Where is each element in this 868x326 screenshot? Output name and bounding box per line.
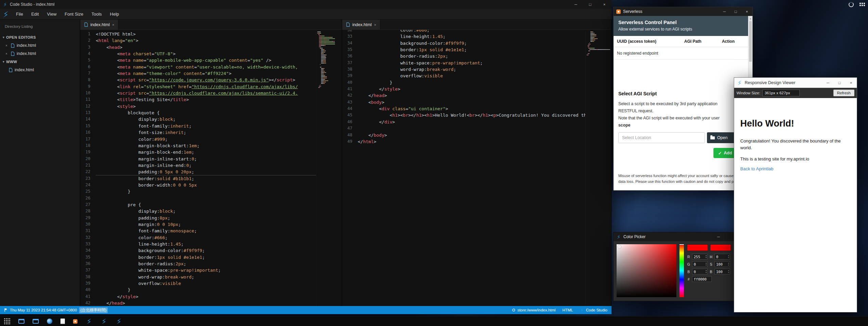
- section-description: Select a script to be executed by 3rd pa…: [618, 100, 743, 129]
- title-bar[interactable]: Code Studio - index.html ─ □ ×: [0, 0, 612, 9]
- code-studio-icon[interactable]: [101, 318, 107, 325]
- tab-bar: index.html ×: [342, 20, 611, 30]
- color-picker-window: Color Picker ─ R ▲▼ H ▲▼: [613, 232, 742, 301]
- document-icon[interactable]: [60, 319, 65, 324]
- status-file-path[interactable]: store:/www/index.html: [512, 308, 555, 312]
- code-studio-logo-icon: [2, 11, 10, 18]
- window-icon[interactable]: [33, 319, 39, 324]
- saturation-label: S: [709, 262, 713, 266]
- window-title: Serverless: [623, 9, 642, 14]
- open-editor-item[interactable]: × index.html: [0, 50, 80, 58]
- window-size-input[interactable]: [762, 90, 800, 96]
- check-icon: ✓: [718, 151, 722, 156]
- desktop: Code Studio - index.html ─ □ × File Edit…: [0, 0, 868, 326]
- panel-header: Serverless Control Panel Allow external …: [614, 16, 748, 36]
- minimize-button[interactable]: ─: [719, 7, 730, 16]
- status-datetime[interactable]: Thu May 11 2023 21:54:48 GMT+0800 (台北標準時…: [4, 307, 108, 313]
- menu-help[interactable]: Help: [106, 10, 123, 18]
- maximize-button[interactable]: □: [583, 0, 597, 9]
- sidebar: Directory Listing ▾ OPEN EDITORS × index…: [0, 20, 80, 306]
- maximize-button[interactable]: □: [730, 7, 741, 16]
- title-bar[interactable]: Color Picker ─: [614, 232, 742, 241]
- page-paragraph: Congratulation! You discovered the bound…: [740, 138, 851, 151]
- editor-pane-right: index.html × 32 color:#666;33 line-heigh…: [342, 20, 612, 306]
- empty-table-message: No registered endpoint: [614, 47, 748, 60]
- minimize-button[interactable]: ─: [822, 78, 834, 88]
- scroll-up-icon[interactable]: ▲: [748, 16, 752, 21]
- minimize-button[interactable]: ─: [569, 0, 583, 9]
- menu-font-size[interactable]: Font Size: [61, 10, 87, 18]
- chevron-down-icon: ▾: [3, 36, 4, 39]
- window-title: Color Picker: [623, 234, 645, 239]
- file-icon: [9, 68, 13, 72]
- hue-slider[interactable]: [679, 244, 684, 297]
- browser-icon[interactable]: [47, 319, 52, 324]
- open-editor-item[interactable]: × index.html: [0, 41, 80, 50]
- folder-icon: [710, 136, 715, 139]
- close-icon[interactable]: ×: [5, 52, 9, 56]
- app-launcher-icon[interactable]: [4, 318, 10, 324]
- hex-label: #: [687, 277, 690, 281]
- hue-cursor[interactable]: [679, 244, 684, 245]
- close-icon[interactable]: ×: [5, 44, 9, 47]
- status-language[interactable]: HTML: [562, 308, 573, 312]
- code-area[interactable]: 32 color:#666;33 line-height:1.45;34 bac…: [342, 30, 585, 306]
- minimap[interactable]: [585, 31, 611, 306]
- spinner-arrows-icon[interactable]: ▲▼: [705, 269, 707, 273]
- red-label: R: [687, 255, 690, 259]
- code-studio-icon[interactable]: [116, 318, 122, 325]
- spinner-arrows-icon[interactable]: ▲▼: [728, 262, 729, 266]
- spinner-arrows-icon[interactable]: ▲▼: [728, 269, 729, 273]
- close-button[interactable]: ×: [845, 78, 857, 88]
- minimize-button[interactable]: ─: [715, 232, 722, 241]
- section-www[interactable]: ▾ WWW: [0, 58, 80, 66]
- close-button[interactable]: ×: [597, 0, 612, 9]
- back-to-aprintlab-link[interactable]: Back to Aprintlab: [740, 166, 774, 171]
- column-header-uuid: UUID (access token): [614, 36, 681, 47]
- title-bar[interactable]: Responsive Design Viewer ─ □ ×: [734, 78, 857, 88]
- spinner-arrows-icon[interactable]: ▲▼: [728, 254, 729, 258]
- section-open-editors[interactable]: ▾ OPEN EDITORS: [0, 33, 80, 41]
- spinner-arrows-icon[interactable]: ▲▼: [705, 262, 707, 266]
- warning-text: Misuse of serverless function might affe…: [618, 173, 743, 185]
- code-area[interactable]: 1<!DOCTYPE html>2<html lang="en">3 <head…: [80, 30, 316, 306]
- rendered-page: Hello World! Congratulation! You discove…: [734, 98, 857, 312]
- chevron-down-icon: ▾: [3, 60, 4, 63]
- tab-index-html[interactable]: index.html ×: [342, 20, 380, 30]
- remote-icon: [512, 308, 515, 312]
- tab-index-html[interactable]: index.html ×: [80, 20, 119, 30]
- panel-title: Serverless Control Panel: [618, 20, 743, 25]
- close-icon[interactable]: ×: [374, 23, 376, 27]
- code-editor[interactable]: 32 color:#666;33 line-height:1.45;34 bac…: [342, 30, 611, 306]
- minimap[interactable]: [316, 31, 342, 306]
- title-bar[interactable]: Serverless ─ □ ×: [614, 7, 752, 16]
- file-tree-item[interactable]: index.html: [0, 66, 80, 74]
- code-studio-logo-icon: [3, 2, 7, 7]
- serverless-window: Serverless ─ □ × Serverless Control Pane…: [613, 7, 753, 191]
- status-app-name[interactable]: Code Studio: [580, 308, 607, 312]
- menu-view[interactable]: View: [43, 10, 60, 18]
- menu-edit[interactable]: Edit: [28, 10, 42, 18]
- menu-tools[interactable]: Tools: [88, 10, 105, 18]
- close-button[interactable]: ×: [741, 7, 752, 16]
- hex-input[interactable]: [692, 276, 712, 282]
- add-button[interactable]: ✓ Add: [713, 148, 737, 158]
- code-editor[interactable]: 1<!DOCTYPE html>2<html lang="en">3 <head…: [80, 30, 342, 306]
- serverless-icon: [616, 9, 621, 14]
- saturation-value-area[interactable]: [617, 244, 676, 297]
- serverless-icon[interactable]: [73, 319, 77, 324]
- location-input[interactable]: [618, 132, 705, 143]
- menu-file[interactable]: File: [12, 10, 27, 18]
- refresh-button[interactable]: Refresh: [833, 90, 854, 96]
- color-cursor[interactable]: [618, 245, 621, 248]
- scrollbar-thumb[interactable]: [749, 21, 752, 62]
- spinner-icon: [849, 2, 854, 7]
- file-icon: [346, 22, 350, 27]
- apps-grid-icon[interactable]: [860, 3, 865, 6]
- window-icon[interactable]: [18, 319, 24, 324]
- maximize-button[interactable]: □: [834, 78, 845, 88]
- spinner-arrows-icon[interactable]: ▲▼: [705, 254, 707, 258]
- tab-bar: index.html ×: [80, 20, 342, 30]
- code-studio-icon[interactable]: [86, 318, 92, 325]
- close-icon[interactable]: ×: [112, 23, 114, 27]
